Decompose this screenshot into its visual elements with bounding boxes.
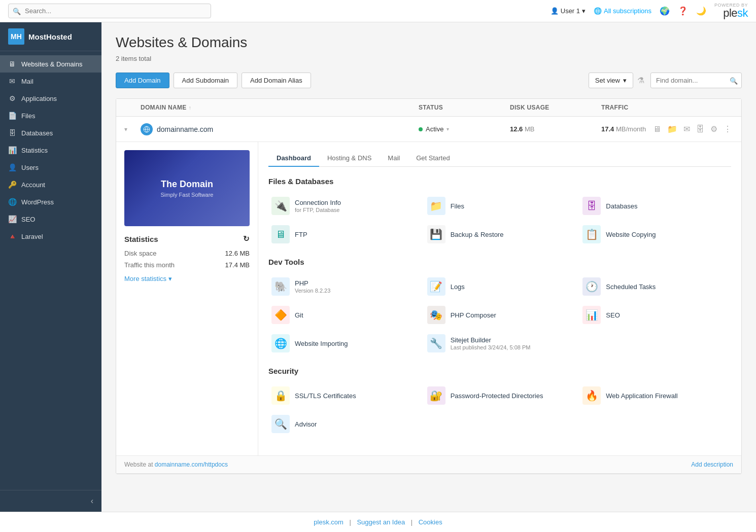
feature-item-php-composer[interactable]: 🎭 PHP Composer xyxy=(424,302,576,328)
feature-item-website-importing[interactable]: 🌐 Website Importing xyxy=(268,330,420,357)
nav-icon-mail: ✉ xyxy=(8,77,16,85)
panel-tab-get-started[interactable]: Get Started xyxy=(408,150,458,167)
sidebar-item-account[interactable]: 🔑Account xyxy=(0,176,101,193)
brand: MH MostHosted xyxy=(0,22,101,51)
domain-row-header[interactable]: ▾ domainname.com Active ▾ xyxy=(116,117,741,141)
search-icon: 🔍 xyxy=(13,7,21,15)
feature-item-connection-info[interactable]: 🔌 Connection Info for FTP, Database xyxy=(268,193,420,219)
nav-icon-users: 👤 xyxy=(8,163,16,171)
feature-icon-php-composer: 🎭 xyxy=(427,306,445,324)
sidebar-item-databases[interactable]: 🗄Databases xyxy=(0,124,101,141)
find-domain-input[interactable] xyxy=(650,73,742,88)
sidebar-item-applications[interactable]: ⚙Applications xyxy=(0,90,101,107)
add-domain-button[interactable]: Add Domain xyxy=(116,73,169,88)
footer-link-suggest-an-idea[interactable]: Suggest an Idea xyxy=(357,518,405,526)
nav-icon-wordpress: 🌐 xyxy=(8,198,16,206)
feature-item-git[interactable]: 🔶 Git xyxy=(268,302,420,328)
add-subdomain-button[interactable]: Add Subdomain xyxy=(174,73,238,88)
traffic-label: Traffic this month xyxy=(124,261,175,269)
sidebar-item-files[interactable]: 📄Files xyxy=(0,107,101,124)
sidebar-item-websites-domains[interactable]: 🖥Websites & Domains xyxy=(0,55,101,73)
feature-item-backup-&-restore[interactable]: 💾 Backup & Restore xyxy=(424,221,576,247)
toolbar-right: Set view ▾ ⚗ 🔍 xyxy=(589,73,742,88)
files-databases-grid: 🔌 Connection Info for FTP, Database 📁 Fi… xyxy=(268,193,731,247)
row-action-screen-icon[interactable]: 🖥 xyxy=(651,123,663,135)
sidebar-item-statistics[interactable]: 📊Statistics xyxy=(0,141,101,159)
user-icon: 👤 xyxy=(551,7,559,15)
feature-item-databases[interactable]: 🗄 Databases xyxy=(579,193,731,219)
globe-icon[interactable]: 🌍 xyxy=(660,6,670,16)
feature-icon-sitejet-builder: 🔧 xyxy=(427,334,445,352)
feature-name: PHP xyxy=(295,279,330,287)
sidebar-item-seo[interactable]: 📈SEO xyxy=(0,210,101,228)
status-badge: Active ▾ xyxy=(419,125,510,133)
row-action-settings-icon[interactable]: ⚙ xyxy=(709,123,719,135)
subscriptions-link[interactable]: 🌐 All subscriptions xyxy=(594,7,651,15)
panel-tab-hosting-&-dns[interactable]: Hosting & DNS xyxy=(319,150,380,167)
status-dot xyxy=(419,127,423,131)
row-action-db-icon[interactable]: 🗄 xyxy=(695,123,706,135)
feature-icon-ftp: 🖥 xyxy=(271,225,290,243)
set-view-button[interactable]: Set view ▾ xyxy=(589,73,633,88)
collapse-sidebar-button[interactable]: ‹ xyxy=(87,494,97,508)
panel-tab-dashboard[interactable]: Dashboard xyxy=(268,150,319,167)
preview-subtitle: Simply Fast Software xyxy=(161,192,214,198)
footer-link-cookies[interactable]: Cookies xyxy=(419,518,442,526)
feature-name: Connection Info xyxy=(295,199,341,206)
feature-item-ssl/tls-certificates[interactable]: 🔒 SSL/TLS Certificates xyxy=(268,382,420,409)
feature-info: Password-Protected Directories xyxy=(451,392,543,400)
feature-item-php[interactable]: 🐘 PHP Version 8.2.23 xyxy=(268,273,420,300)
search-input[interactable] xyxy=(8,4,211,18)
panel-tab-mail[interactable]: Mail xyxy=(380,150,408,167)
add-description-link[interactable]: Add description xyxy=(691,461,733,468)
help-icon[interactable]: ❓ xyxy=(678,6,688,16)
user-menu[interactable]: 👤 User 1 ▾ xyxy=(551,7,586,15)
feature-item-files[interactable]: 📁 Files xyxy=(424,193,576,219)
search-area: 🔍 xyxy=(8,4,211,18)
domain-name[interactable]: domainname.com xyxy=(157,125,213,133)
nav-icon-websites-domains: 🖥 xyxy=(8,60,16,68)
more-statistics-link[interactable]: More statistics ▾ xyxy=(124,275,250,282)
row-action-more-icon[interactable]: ⋮ xyxy=(722,123,733,135)
feature-name: Website Importing xyxy=(295,340,348,347)
feature-item-logs[interactable]: 📝 Logs xyxy=(424,273,576,300)
theme-icon[interactable]: 🌙 xyxy=(696,6,706,16)
feature-item-sitejet-builder[interactable]: 🔧 Sitejet Builder Last published 3/24/24… xyxy=(424,330,576,357)
plesk-brand: plesk xyxy=(723,8,748,19)
feature-item-website-copying[interactable]: 📋 Website Copying xyxy=(579,221,731,247)
filter-icon[interactable]: ⚗ xyxy=(637,76,644,85)
feature-info: PHP Version 8.2.23 xyxy=(295,279,330,294)
status-chevron-icon[interactable]: ▾ xyxy=(446,126,449,132)
feature-item-ftp[interactable]: 🖥 FTP xyxy=(268,221,420,247)
stats-refresh-icon[interactable]: ↻ xyxy=(243,234,250,243)
stats-section-title: Statistics ↻ xyxy=(124,234,250,243)
row-action-mail-icon[interactable]: ✉ xyxy=(682,123,692,135)
nav-icon-laravel: 🔺 xyxy=(8,232,16,240)
topbar-right: 👤 User 1 ▾ 🌐 All subscriptions 🌍 ❓ 🌙 POW… xyxy=(551,3,748,19)
sidebar-item-wordpress[interactable]: 🌐WordPress xyxy=(0,193,101,210)
feature-name: Git xyxy=(295,311,303,319)
preview-title: The Domain xyxy=(161,179,213,190)
col-domain-name[interactable]: Domain name ↑ xyxy=(141,104,419,111)
feature-info: Backup & Restore xyxy=(451,231,504,238)
row-collapse-icon[interactable]: ▾ xyxy=(124,126,141,133)
sidebar-item-mail[interactable]: ✉Mail xyxy=(0,73,101,90)
nav-label-account: Account xyxy=(21,181,45,189)
feature-item-password-protected-directories[interactable]: 🔐 Password-Protected Directories xyxy=(424,382,576,409)
footer-link-plesk.com[interactable]: plesk.com xyxy=(314,518,343,526)
sidebar-collapse-area: ‹ xyxy=(0,490,101,512)
add-domain-alias-button[interactable]: Add Domain Alias xyxy=(242,73,311,88)
nav-icon-statistics: 📊 xyxy=(8,146,16,154)
chevron-down-icon: ▾ xyxy=(623,77,627,84)
table-header: Domain name ↑ Status Disk usage Traffic xyxy=(116,99,741,117)
row-actions: 🖥 📁 ✉ 🗄 ⚙ ⋮ xyxy=(693,123,733,135)
feature-item-advisor[interactable]: 🔍 Advisor xyxy=(268,411,420,437)
feature-item-scheduled-tasks[interactable]: 🕐 Scheduled Tasks xyxy=(579,273,731,300)
sidebar-item-laravel[interactable]: 🔺Laravel xyxy=(0,228,101,245)
feature-item-seo[interactable]: 📊 SEO xyxy=(579,302,731,328)
feature-item-web-application-firewall[interactable]: 🔥 Web Application Firewall xyxy=(579,382,731,409)
sidebar-item-users[interactable]: 👤Users xyxy=(0,159,101,176)
row-action-folder-icon[interactable]: 📁 xyxy=(666,123,679,135)
domain-httpdocs-link[interactable]: domainname.com/httpdocs xyxy=(155,461,228,468)
nav-icon-applications: ⚙ xyxy=(8,94,16,102)
